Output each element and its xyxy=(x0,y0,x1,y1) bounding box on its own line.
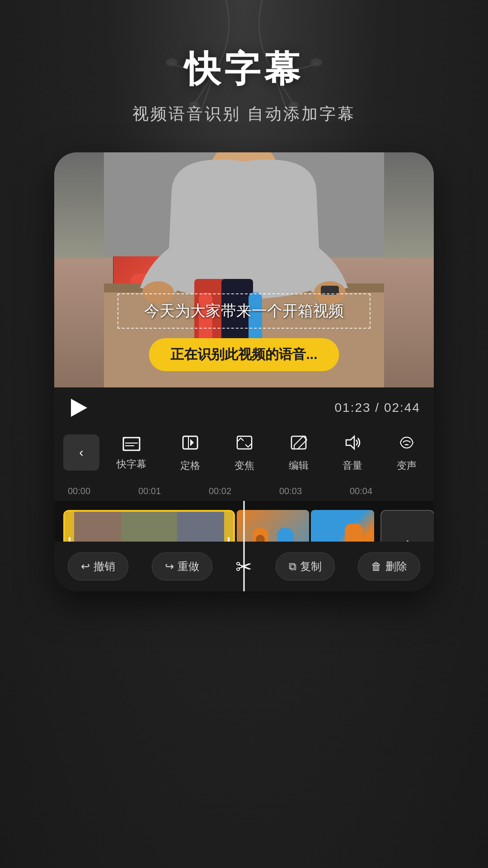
delete-button[interactable]: 🗑 删除 xyxy=(358,552,420,580)
redo-label: 重做 xyxy=(178,559,199,574)
copy-icon: ⧉ xyxy=(289,560,296,573)
timeline-ruler: 00:00 00:01 00:02 00:03 00:04 xyxy=(54,481,434,501)
toolbar-item-zoom[interactable]: 变焦 xyxy=(235,433,254,472)
recognition-status-text: 正在识别此视频的语音... xyxy=(170,347,317,362)
toolbar-item-voice[interactable]: 变声 xyxy=(397,433,417,472)
edit-toolbar: ‹ xyxy=(54,428,434,481)
ruler-mark-2: 00:02 xyxy=(209,486,279,496)
ruler-mark-4: 00:04 xyxy=(350,486,420,496)
play-triangle-icon xyxy=(71,399,87,417)
toolbar-label-zoom: 变焦 xyxy=(235,459,254,472)
back-arrow-icon: ‹ xyxy=(79,445,83,460)
toolbar-item-volume[interactable]: 音量 xyxy=(343,433,362,472)
svg-rect-21 xyxy=(123,438,140,450)
ruler-mark-1: 00:01 xyxy=(138,486,209,496)
title-section: 快字幕 视频语音识别 自动添加字幕 xyxy=(132,45,356,125)
ruler-mark-0: 00:00 xyxy=(68,486,138,496)
subtitle-icon xyxy=(122,434,141,454)
recognition-pill: 正在识别此视频的语音... xyxy=(149,338,339,371)
toolbar-back-button[interactable]: ‹ xyxy=(63,434,99,471)
redo-button[interactable]: ↪ 重做 xyxy=(152,552,212,580)
undo-label: 撤销 xyxy=(94,559,115,574)
zoom-icon xyxy=(235,433,254,455)
toolbar-items: 快字幕 定格 xyxy=(99,433,434,472)
toolbar-item-freeze[interactable]: 定格 xyxy=(180,433,200,472)
freeze-icon xyxy=(180,433,200,455)
voice-icon xyxy=(397,433,417,455)
subtitle: 视频语音识别 自动添加字幕 xyxy=(132,103,356,125)
main-title: 快字幕 xyxy=(132,45,356,94)
video-subtitle-text: 今天为大家带来一个开箱视频 xyxy=(144,302,344,319)
svg-rect-28 xyxy=(237,436,252,449)
edit-icon xyxy=(289,433,309,455)
toolbar-label-voice: 变声 xyxy=(397,459,417,472)
svg-rect-20 xyxy=(123,438,140,450)
player-controls: 01:23 / 02:44 xyxy=(54,387,434,428)
ruler-mark-3: 00:03 xyxy=(279,486,350,496)
toolbar-item-edit[interactable]: 编辑 xyxy=(289,433,309,472)
delete-icon: 🗑 xyxy=(371,560,382,573)
redo-icon: ↪ xyxy=(165,560,174,573)
undo-icon: ↩ xyxy=(81,560,90,573)
play-button[interactable] xyxy=(68,396,90,419)
timeline-playhead xyxy=(244,501,245,591)
video-preview[interactable]: 今天为大家带来一个开箱视频 正在识别此视频的语音... xyxy=(54,152,434,387)
time-display: 01:23 / 02:44 xyxy=(335,401,420,415)
svg-marker-27 xyxy=(190,439,194,446)
toolbar-item-subtitle[interactable]: 快字幕 xyxy=(117,434,146,471)
volume-icon xyxy=(343,433,362,455)
video-subtitle-overlay: 今天为大家带来一个开箱视频 xyxy=(117,293,371,329)
copy-button[interactable]: ⧉ 复制 xyxy=(276,552,335,580)
toolbar-label-edit: 编辑 xyxy=(289,459,309,472)
svg-marker-30 xyxy=(346,436,354,449)
delete-label: 删除 xyxy=(385,559,407,574)
phone-mockup: 今天为大家带来一个开箱视频 正在识别此视频的语音... 01:23 / 02:4… xyxy=(54,152,434,591)
toolbar-label-volume: 音量 xyxy=(343,459,362,472)
toolbar-label-freeze: 定格 xyxy=(180,459,200,472)
copy-label: 复制 xyxy=(300,559,322,574)
undo-button[interactable]: ↩ 撤销 xyxy=(68,552,128,580)
toolbar-label-subtitle: 快字幕 xyxy=(117,458,146,471)
